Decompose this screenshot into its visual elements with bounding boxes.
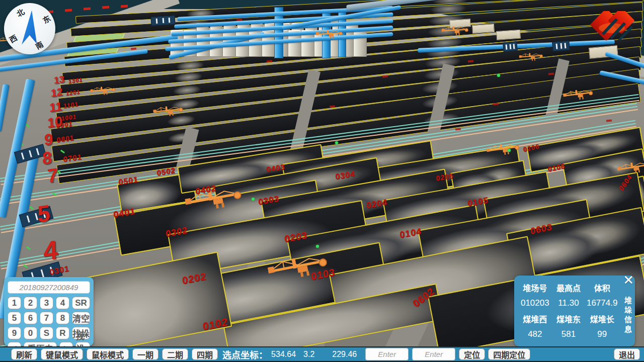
key-2[interactable]: 2 — [24, 297, 37, 309]
close-icon[interactable]: ✕ — [623, 274, 634, 287]
green-marker — [26, 246, 31, 250]
key-4[interactable]: 4 — [56, 297, 69, 309]
junction-box — [552, 41, 570, 52]
key-3[interactable]: 3 — [40, 297, 53, 309]
keypad-row: 1234SR — [8, 297, 90, 309]
status-dot-green — [335, 141, 338, 144]
compass-arrow-icon — [16, 8, 44, 48]
pile-info-vertical-title: 堆垛信息 — [622, 297, 633, 335]
enter-input-1[interactable] — [365, 348, 409, 360]
coord-label: 选点坐标： — [222, 348, 268, 361]
green-marker — [29, 206, 34, 210]
key-6[interactable]: 6 — [24, 312, 37, 324]
row-number: 9 — [44, 130, 53, 150]
row-number: 5 — [37, 199, 50, 228]
row-number: 4 — [43, 234, 58, 266]
key-SR[interactable]: SR — [72, 297, 90, 309]
info-header-cell: 煤堆东 — [552, 313, 586, 325]
conveyor-pipe — [0, 84, 10, 132]
toolbar-button-四期定位[interactable]: 四期定位 — [488, 348, 530, 360]
key-1[interactable]: 1 — [8, 297, 21, 309]
key-0[interactable]: 0 — [24, 327, 37, 339]
keypad-panel: 1234SR5678清空90SR找垛<看历史>找设备 — [4, 277, 94, 346]
stacker-reclaimer-machine[interactable] — [315, 29, 343, 42]
key-清空[interactable]: 清空 — [72, 312, 90, 324]
row-number: 10 — [47, 114, 63, 131]
quay-red-dash — [102, 6, 109, 9]
distant-pile-mark — [131, 47, 136, 50]
keypad-row: 5678清空 — [8, 312, 90, 324]
info-value-cell: 16774.9 — [585, 298, 619, 308]
pile-info-panel: ✕ 堆场号最高点体积01020311.3016774.9煤堆西煤堆东煤堆长482… — [514, 276, 635, 346]
pile-label: 0801 — [56, 134, 74, 144]
status-dot-green — [252, 198, 255, 201]
toolbar-button-定位[interactable]: 定位 — [459, 348, 485, 360]
coord-x-value: 534.64 — [271, 350, 296, 359]
junction-box — [503, 42, 517, 52]
info-header-cell: 堆场号 — [518, 282, 552, 294]
stacker-reclaimer-machine[interactable] — [441, 25, 469, 39]
coal-yard-3d-view[interactable]: 1301120111011001090108010701050105020403… — [0, 0, 644, 362]
stacker-reclaimer-machine[interactable] — [519, 52, 543, 64]
toolbar-button-刷新[interactable]: 刷新 — [11, 348, 37, 360]
pile-label: 1101 — [63, 101, 78, 110]
warehouse-building — [472, 24, 495, 34]
info-header-cell: 煤堆长 — [585, 313, 619, 325]
info-header-cell: 最高点 — [552, 282, 586, 294]
company-logo-icon — [586, 11, 638, 45]
status-dot-green — [316, 245, 319, 248]
green-marker — [23, 264, 28, 268]
key-S[interactable]: S — [40, 327, 53, 339]
enter-input-2[interactable] — [412, 348, 455, 360]
bottom-toolbar: 刷新键鼠模式鼠标模式一期二期四期 选点坐标： 534.64 3.2 229.46… — [0, 346, 644, 362]
row-number: 7 — [47, 164, 58, 187]
info-header-cell: 体积 — [585, 282, 619, 294]
distant-pile-mark — [606, 119, 612, 122]
toolbar-button-键鼠模式[interactable]: 键鼠模式 — [41, 348, 83, 360]
junction-box — [150, 15, 175, 26]
key-R[interactable]: R — [56, 327, 69, 339]
stacker-reclaimer-machine[interactable] — [90, 85, 116, 99]
info-value-cell: 010203 — [518, 298, 552, 308]
row-number: 13 — [54, 73, 65, 86]
quay-red-dash — [84, 8, 91, 11]
info-value-cell: 11.30 — [552, 298, 586, 308]
key-7[interactable]: 7 — [40, 312, 53, 324]
info-header-cell: 煤堆西 — [518, 313, 552, 325]
coord-z-value: 229.46 — [332, 350, 357, 359]
toolbar-button-四期[interactable]: 四期 — [192, 348, 218, 360]
pile-label: 1201 — [66, 88, 80, 97]
warehouse-building — [496, 30, 521, 40]
exit-button[interactable]: 退出 — [614, 348, 640, 360]
toolbar-button-鼠标模式[interactable]: 鼠标模式 — [87, 348, 129, 360]
quay-red-dash — [121, 5, 128, 8]
toolbar-button-一期[interactable]: 一期 — [132, 348, 158, 360]
status-dot-green — [508, 149, 511, 152]
compass-widget[interactable]: 北 东 南 西 — [4, 3, 55, 54]
row-number: 11 — [49, 99, 62, 115]
coord-y-value: 3.2 — [303, 350, 314, 359]
info-value-cell: 482 — [518, 329, 552, 339]
row-number: 12 — [51, 85, 63, 99]
toolbar-button-二期[interactable]: 二期 — [162, 348, 188, 360]
key-8[interactable]: 8 — [56, 312, 69, 324]
key-5[interactable]: 5 — [8, 312, 21, 324]
info-value-cell: 99 — [585, 329, 619, 339]
info-value-cell: 581 — [552, 329, 586, 339]
quay-red-dash — [65, 9, 72, 12]
status-dot-green — [497, 74, 500, 77]
key-9[interactable]: 9 — [8, 327, 21, 339]
pile-code-input[interactable] — [8, 281, 90, 294]
